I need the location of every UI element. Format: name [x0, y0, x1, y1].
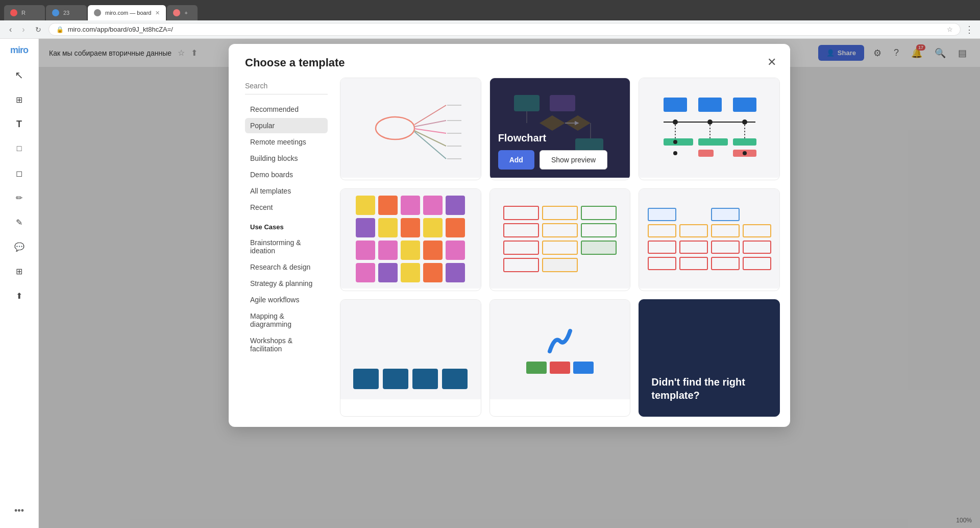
- browser-tab[interactable]: R: [4, 5, 45, 20]
- svg-point-25: [742, 119, 747, 125]
- tool-pen[interactable]: ✏: [8, 186, 31, 209]
- template-card-user-story[interactable]: User Story Map Framework: [639, 188, 780, 291]
- svg-point-35: [673, 151, 677, 155]
- browser-tab-active[interactable]: miro.com — board ✕: [88, 5, 166, 20]
- flowchart-overlay: Flowchart Add Show preview: [490, 78, 630, 178]
- browser-nav: ‹ › ↻ 🔒 miro.com/app/board/o9J_kt8hcZA=/…: [0, 20, 980, 39]
- svg-point-34: [673, 140, 677, 144]
- flowchart-overlay-buttons: Add Show preview: [498, 150, 607, 170]
- sidebar-item-mapping[interactable]: Mapping & diagramming: [245, 308, 328, 332]
- sidebar-item-agile[interactable]: Agile workflows: [245, 292, 328, 307]
- nav-back[interactable]: ‹: [6, 24, 15, 35]
- tool-pencil[interactable]: ✎: [8, 211, 31, 233]
- svg-rect-29: [664, 138, 693, 146]
- svg-rect-19: [664, 98, 687, 112]
- sidebar-item-strategy[interactable]: Strategy & planning: [245, 276, 328, 291]
- template-modal: Choose a template ✕ Recommended Popular …: [229, 44, 790, 427]
- svg-point-36: [743, 151, 747, 155]
- didnt-find-text: Didn't find the right template?: [651, 375, 767, 402]
- brainwriting-preview: [340, 189, 481, 289]
- cjm2-svg: [653, 87, 766, 169]
- sidebar-item-demo-boards[interactable]: Demo boards: [245, 167, 328, 182]
- template-card-bottom-mid[interactable]: [489, 299, 631, 417]
- modal-close-button[interactable]: ✕: [763, 53, 781, 71]
- template-name: User Story Map Framework: [639, 289, 779, 291]
- use-cases-title: Use Cases: [250, 223, 328, 231]
- svg-rect-31: [733, 138, 756, 146]
- flowchart-overlay-label: Flowchart: [498, 132, 546, 144]
- kanban-preview: [490, 189, 630, 289]
- svg-point-24: [707, 119, 713, 125]
- template-name: Flowchart: [490, 178, 630, 180]
- template-card-flowchart[interactable]: Flowchart Add Show preview Flowchart: [489, 78, 631, 180]
- sidebar-item-recent[interactable]: Recent: [245, 200, 328, 215]
- templates-grid: Mind Map: [336, 78, 790, 427]
- browser-chrome: R 23 miro.com — board ✕ +: [0, 0, 980, 20]
- main-area: Как мы собираем вторичные данные ☆ ⬆ 👤 S…: [39, 39, 980, 528]
- flowchart-preview: Flowchart Add Show preview: [490, 78, 630, 178]
- template-name: Mind Map: [340, 178, 481, 180]
- lock-icon: 🔒: [56, 26, 64, 33]
- template-name: [490, 399, 630, 414]
- star-icon[interactable]: ☆: [947, 26, 953, 33]
- tool-grid[interactable]: ⊞: [8, 260, 31, 282]
- template-card-didnt-find[interactable]: Didn't find the right template?: [639, 299, 780, 417]
- modal-body: Recommended Popular Remote meetings Buil…: [229, 78, 790, 427]
- app-shell: miro ↖ ⊞ T □ ◻ ✏ ✎ 💬 ⊞ ⬆ ••• Как мы соби…: [0, 39, 980, 528]
- template-name: Kanban Framework: [490, 289, 630, 291]
- browser-tab[interactable]: +: [167, 5, 198, 20]
- bottom-left-preview: [340, 300, 481, 399]
- svg-point-23: [673, 119, 678, 125]
- sidebar-item-popular[interactable]: Popular: [245, 118, 328, 133]
- sidebar-item-recommended[interactable]: Recommended: [245, 102, 328, 117]
- tab-close-icon[interactable]: ✕: [155, 10, 160, 16]
- sidebar-item-workshops[interactable]: Workshops & facilitation: [245, 333, 328, 356]
- template-card-bottom-left[interactable]: [340, 299, 481, 417]
- template-card-kanban[interactable]: Kanban Framework: [489, 188, 631, 291]
- svg-rect-30: [698, 138, 728, 146]
- tool-frames[interactable]: ⊞: [8, 88, 31, 111]
- browser-tab[interactable]: 23: [46, 5, 87, 20]
- add-template-button[interactable]: Add: [498, 150, 534, 170]
- address-url: miro.com/app/board/o9J_kt8hcZA=/: [68, 26, 173, 33]
- tool-select[interactable]: ↖: [8, 64, 31, 86]
- svg-rect-20: [698, 98, 722, 112]
- nav-reload[interactable]: ↻: [32, 25, 44, 35]
- sidebar-item-building-blocks[interactable]: Building blocks: [245, 151, 328, 166]
- svg-rect-21: [733, 98, 756, 112]
- didnt-find-content: Didn't find the right template?: [639, 363, 779, 416]
- template-search-input[interactable]: [245, 78, 328, 94]
- template-card-mind-map[interactable]: Mind Map: [340, 78, 481, 180]
- sidebar-item-research[interactable]: Research & design: [245, 259, 328, 275]
- tool-upload[interactable]: ⬆: [8, 284, 31, 307]
- modal-overlay: Choose a template ✕ Recommended Popular …: [39, 39, 980, 528]
- address-bar[interactable]: 🔒 miro.com/app/board/o9J_kt8hcZA=/ ☆: [48, 23, 961, 36]
- cjm2-preview: [639, 78, 779, 178]
- atlassian-logo: [545, 326, 575, 356]
- user-story-preview: [639, 189, 779, 289]
- svg-rect-32: [698, 150, 714, 157]
- modal-header: Choose a template: [229, 44, 790, 78]
- tool-text[interactable]: T: [8, 113, 31, 135]
- template-card-brainwriting[interactable]: Brainwriting: [340, 188, 481, 291]
- tool-comment[interactable]: 💬: [8, 235, 31, 258]
- mind-map-svg: [359, 90, 461, 166]
- bottom-mid-preview: [490, 300, 630, 399]
- sidebar-item-remote-meetings[interactable]: Remote meetings: [245, 134, 328, 150]
- nav-forward[interactable]: ›: [19, 24, 28, 35]
- left-toolbar: miro ↖ ⊞ T □ ◻ ✏ ✎ 💬 ⊞ ⬆ •••: [0, 39, 39, 528]
- tool-shapes[interactable]: ◻: [8, 162, 31, 184]
- nav-more[interactable]: ⋮: [965, 24, 974, 35]
- tool-sticky[interactable]: □: [8, 137, 31, 160]
- modal-title: Choose a template: [245, 56, 774, 69]
- sidebar-item-all-templates[interactable]: All templates: [245, 183, 328, 199]
- mind-map-preview: [340, 78, 481, 178]
- svg-line-5: [414, 132, 446, 159]
- svg-point-0: [376, 117, 414, 139]
- template-card-cjm2[interactable]: Customer Journey Map 2: [639, 78, 780, 180]
- sidebar-item-brainstorming[interactable]: Brainstorming & ideation: [245, 235, 328, 258]
- tool-more[interactable]: •••: [8, 499, 31, 522]
- app-logo: miro: [10, 45, 28, 56]
- template-name: [340, 399, 481, 414]
- show-preview-button[interactable]: Show preview: [540, 150, 607, 170]
